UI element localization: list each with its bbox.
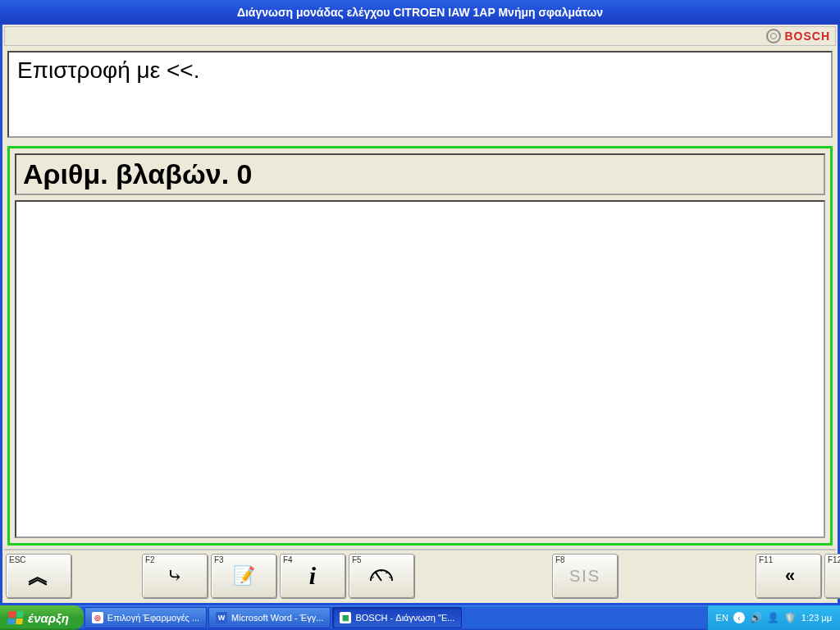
sis-label: SIS <box>569 567 600 586</box>
language-indicator[interactable]: EN <box>716 613 728 623</box>
tray-clock[interactable]: 1:23 μμ <box>801 613 832 623</box>
svg-line-1 <box>372 577 374 578</box>
f4-label: F4 <box>283 555 293 564</box>
taskbar-item-apps[interactable]: ◎ Επιλογή Έφαρμογές ... <box>84 607 207 628</box>
f2-button[interactable]: F2 ⤷ <box>142 554 208 598</box>
taskbar-item-bosch-diag[interactable]: ▦ BOSCH - Διάγνωση "Ε... <box>332 607 462 628</box>
brand-text: BOSCH <box>784 30 830 43</box>
f11-button[interactable]: F11 « <box>756 554 821 598</box>
f3-label: F3 <box>214 555 224 564</box>
tray-expand-icon[interactable]: ‹ <box>733 612 745 623</box>
info-icon: i <box>309 562 316 590</box>
fault-frame: Αριθμ. βλαβών. 0 <box>7 146 833 546</box>
svg-line-4 <box>386 573 387 573</box>
start-button[interactable]: έναρξη <box>0 605 84 630</box>
windows-flag-icon <box>7 611 24 624</box>
tray-volume-icon[interactable]: 🔊 <box>750 612 762 623</box>
f12-label: F12 <box>828 555 840 564</box>
window-title: Διάγνωση μονάδας ελέγχου CITROEN IAW 1AP… <box>237 6 603 19</box>
taskbar-item-label: Επιλογή Έφαρμογές ... <box>107 613 199 623</box>
f7-blank <box>485 554 549 598</box>
taskbar: έναρξη ◎ Επιλογή Έφαρμογές ... W Microso… <box>0 605 840 630</box>
esc-button[interactable]: ESC ︽ <box>6 554 71 598</box>
tray-user-icon[interactable]: 👤 <box>767 612 779 623</box>
esc-label: ESC <box>9 555 26 564</box>
svg-line-5 <box>389 577 390 578</box>
f3-button[interactable]: F3 📝 <box>211 554 276 598</box>
double-left-chevron-icon: « <box>785 565 792 587</box>
f5-button[interactable]: F5 <box>349 554 414 598</box>
fault-count-header: Αριθμ. βλαβών. 0 <box>15 153 825 195</box>
f5-label: F5 <box>352 555 362 564</box>
client-area: BOSCH Επιστροφή με <<. Αριθμ. βλαβών. 0 … <box>0 25 840 605</box>
bosch-ring-icon <box>766 29 781 43</box>
bosch-logo: BOSCH <box>766 29 830 43</box>
tray-shield-icon[interactable]: 🛡️ <box>784 612 797 623</box>
f8-button[interactable]: F8 SIS <box>552 554 618 598</box>
brand-bar: BOSCH <box>4 26 836 46</box>
svg-line-0 <box>376 573 381 581</box>
taskbar-item-label: BOSCH - Διάγνωση "Ε... <box>355 613 454 623</box>
system-tray[interactable]: EN ‹ 🔊 👤 🛡️ 1:23 μμ <box>707 605 840 630</box>
f11-label: F11 <box>759 555 773 564</box>
f6-blank <box>418 554 482 598</box>
word-app-icon: W <box>216 612 227 623</box>
f10-blank <box>688 554 752 598</box>
enter-arrow-icon: ⤷ <box>167 564 183 587</box>
work-zone: Επιστροφή με <<. Αριθμ. βλαβών. 0 <box>4 48 836 549</box>
f1-blank <box>75 554 139 598</box>
window-titlebar: Διάγνωση μονάδας ελέγχου CITROEN IAW 1AP… <box>0 0 840 25</box>
f8-label: F8 <box>555 555 565 564</box>
fault-count-text: Αριθμ. βλαβών. 0 <box>23 158 252 189</box>
edit-note-icon: 📝 <box>233 565 255 587</box>
start-label: έναρξη <box>28 611 69 625</box>
bosch-app-icon: ◎ <box>92 612 103 623</box>
up-chevron-icon: ︽ <box>28 562 49 591</box>
f4-button[interactable]: F4 i <box>280 554 345 598</box>
taskbar-item-word[interactable]: W Microsoft Word - Έγγ... <box>208 607 331 628</box>
function-key-bar: ESC ︽ F2 ⤷ F3 📝 F4 i F5 <box>4 549 836 601</box>
gauge-icon <box>368 564 395 587</box>
taskbar-item-label: Microsoft Word - Έγγ... <box>231 613 323 623</box>
f2-label: F2 <box>145 555 155 564</box>
message-text: Επιστροφή με <<. <box>17 57 199 83</box>
message-panel: Επιστροφή με <<. <box>7 51 833 138</box>
diag-app-icon: ▦ <box>340 612 351 623</box>
f12-button[interactable]: F12 » <box>824 554 840 598</box>
f9-blank <box>621 554 685 598</box>
fault-list <box>15 200 825 538</box>
